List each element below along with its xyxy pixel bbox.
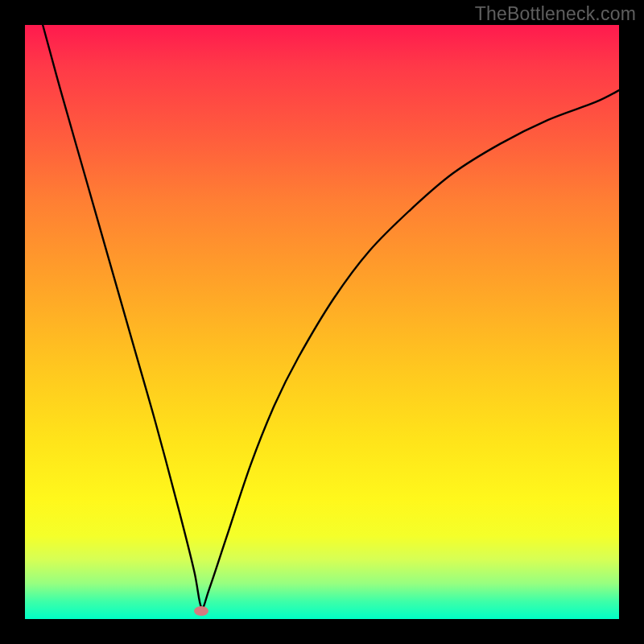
chart-frame: TheBottleneck.com bbox=[0, 0, 644, 644]
watermark-text: TheBottleneck.com bbox=[475, 3, 636, 25]
bottleneck-curve bbox=[43, 25, 619, 608]
plot-area bbox=[25, 25, 619, 619]
minimum-marker bbox=[194, 606, 208, 616]
curve-svg bbox=[25, 25, 619, 619]
